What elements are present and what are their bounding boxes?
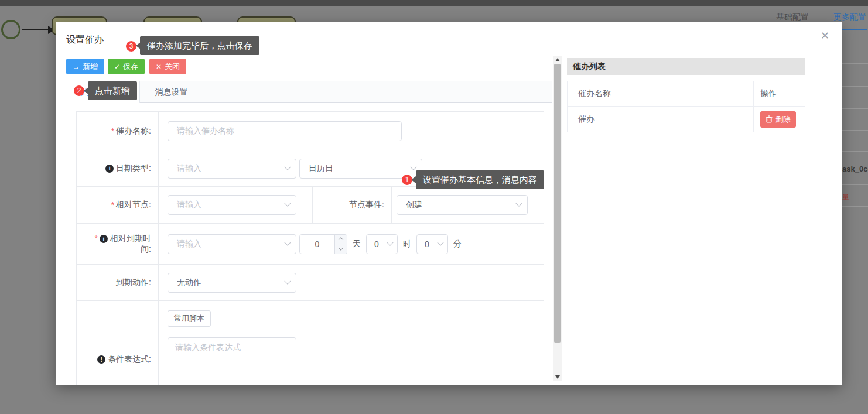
dialog-tab-bar: 催办基本信息 消息设置 (66, 81, 552, 103)
chevron-down-icon (515, 200, 522, 207)
add-button[interactable]: → 新增 (66, 59, 104, 74)
dialog-title: 设置催办 (66, 34, 104, 46)
node-event-label: 节点事件: (349, 200, 384, 210)
date-type-label-cell: i 日期类型: (77, 150, 159, 186)
node-event-select[interactable]: 创建 (397, 195, 528, 215)
warning-icon: ! (97, 355, 105, 364)
info-icon: i (105, 165, 114, 173)
days-value: 0 (300, 235, 334, 254)
bg-divider (842, 86, 868, 87)
delete-button[interactable]: 删除 (760, 111, 796, 128)
date-type-placeholder: 请输入 (177, 163, 201, 174)
condition-expression-textarea[interactable]: 请输入条件表达式 (168, 337, 296, 385)
date-type-label: 日期类型: (116, 163, 151, 174)
form-row-relative-node: * 相对节点: 请输入 节点事件: 创建 (77, 187, 544, 224)
due-time-label: 相对到期时间: (110, 234, 151, 254)
chevron-down-icon (387, 239, 393, 245)
stepper-down-button[interactable] (335, 244, 347, 254)
tab-more-config[interactable]: 更多配置 (833, 12, 866, 23)
chevron-down-icon (437, 239, 443, 245)
bg-divider (842, 108, 868, 109)
arrow-right-icon: → (73, 63, 80, 71)
scroll-up-arrow-icon[interactable] (555, 58, 560, 61)
relative-node-select[interactable]: 请输入 (168, 195, 296, 215)
scrollbar-thumb[interactable] (554, 64, 561, 343)
bg-divider (842, 63, 868, 64)
form-row-name: * 催办名称: 请输入催办名称 (77, 112, 544, 150)
form-row-condition: ! 条件表达式: 常用脚本 请输入条件表达式 (77, 301, 544, 385)
dialog-scrollbar[interactable] (553, 56, 562, 381)
chevron-down-icon (284, 163, 291, 170)
save-button-label: 保存 (123, 61, 138, 72)
step-2-tooltip: 点击新增 (88, 81, 137, 100)
due-action-value: 无动作 (177, 278, 201, 288)
chevron-down-icon (410, 163, 416, 170)
node-event-label-cell: 节点事件: (313, 187, 392, 223)
chevron-down-icon (284, 200, 291, 207)
required-mark: * (111, 126, 114, 136)
stepper-up-button[interactable] (335, 235, 347, 245)
condition-placeholder: 请输入条件表达式 (175, 343, 241, 352)
reminder-list-header: 催办列表 (567, 58, 805, 75)
clipped-task-id: ask_0cd1 (842, 165, 868, 173)
required-mark: * (95, 234, 98, 243)
relative-node-placeholder: 请输入 (177, 200, 201, 210)
due-action-select[interactable]: 无动作 (168, 273, 296, 293)
number-stepper (334, 235, 347, 254)
due-action-label-cell: 到期动作: (77, 265, 159, 300)
name-placeholder: 请输入催办名称 (177, 126, 234, 136)
clipped-red-text: 量 (842, 192, 849, 200)
minutes-select[interactable]: 0 (416, 234, 448, 254)
tab-message-settings[interactable]: 消息设置 (141, 81, 202, 103)
column-header-name: 催办名称 (568, 81, 754, 106)
setup-reminder-dialog: 设置催办 ✕ → 新增 ✓ 保存 ✕ 关闭 催办基本信息 消息设置 * 催办名称… (56, 22, 842, 385)
reminder-name-input[interactable]: 请输入催办名称 (168, 121, 402, 141)
close-icon[interactable]: ✕ (821, 30, 829, 41)
common-scripts-button[interactable]: 常用脚本 (168, 310, 211, 327)
required-mark: * (111, 200, 114, 210)
step-2-badge: 2 (74, 85, 84, 96)
step-1-tooltip: 设置催办基本信息，消息内容 (416, 170, 544, 189)
days-number-input[interactable]: 0 (299, 234, 347, 254)
tab-basic-config[interactable]: 基础配置 (776, 12, 809, 23)
bg-divider (842, 130, 868, 131)
due-action-label: 到期动作: (116, 278, 151, 288)
check-icon: ✓ (114, 63, 120, 71)
reminder-list-title: 催办列表 (573, 61, 606, 72)
close-x-icon: ✕ (156, 63, 162, 71)
minute-unit-label: 分 (453, 239, 462, 249)
save-button[interactable]: ✓ 保存 (108, 59, 145, 74)
condition-label-cell: ! 条件表达式: (77, 301, 159, 385)
top-bar (0, 0, 868, 6)
due-time-base-select[interactable]: 请输入 (168, 234, 296, 254)
condition-label: 条件表达式: (108, 354, 151, 365)
scroll-down-arrow-icon[interactable] (555, 375, 560, 379)
date-type-select[interactable]: 请输入 (168, 159, 296, 179)
hours-value: 0 (374, 239, 379, 249)
minutes-value: 0 (425, 239, 429, 249)
chevron-up-icon (339, 237, 343, 242)
step-3-badge: 3 (126, 41, 136, 52)
chevron-down-icon (284, 278, 291, 284)
info-icon: i (100, 235, 108, 243)
node-event-value: 创建 (406, 200, 422, 210)
close-button[interactable]: ✕ 关闭 (149, 59, 186, 74)
flow-connector-line (22, 29, 49, 30)
column-header-action: 操作 (754, 81, 805, 106)
hours-select[interactable]: 0 (366, 234, 398, 254)
add-button-label: 新增 (83, 61, 98, 72)
reminder-name-cell: 催办 (568, 107, 754, 132)
close-button-label: 关闭 (165, 61, 180, 72)
chevron-down-icon (284, 239, 291, 245)
chevron-down-icon (339, 245, 343, 250)
date-unit-value: 日历日 (309, 163, 333, 174)
delete-button-label: 删除 (775, 114, 791, 125)
name-label-cell: * 催办名称: (77, 112, 159, 150)
trash-icon (766, 115, 773, 123)
hour-unit-label: 时 (403, 239, 411, 249)
active-tab-underline (842, 29, 867, 30)
reminder-list-table: 催办名称 操作 催办 删除 (567, 81, 805, 132)
bg-divider (842, 151, 868, 152)
bg-divider (842, 184, 868, 185)
day-unit-label: 天 (353, 239, 361, 249)
